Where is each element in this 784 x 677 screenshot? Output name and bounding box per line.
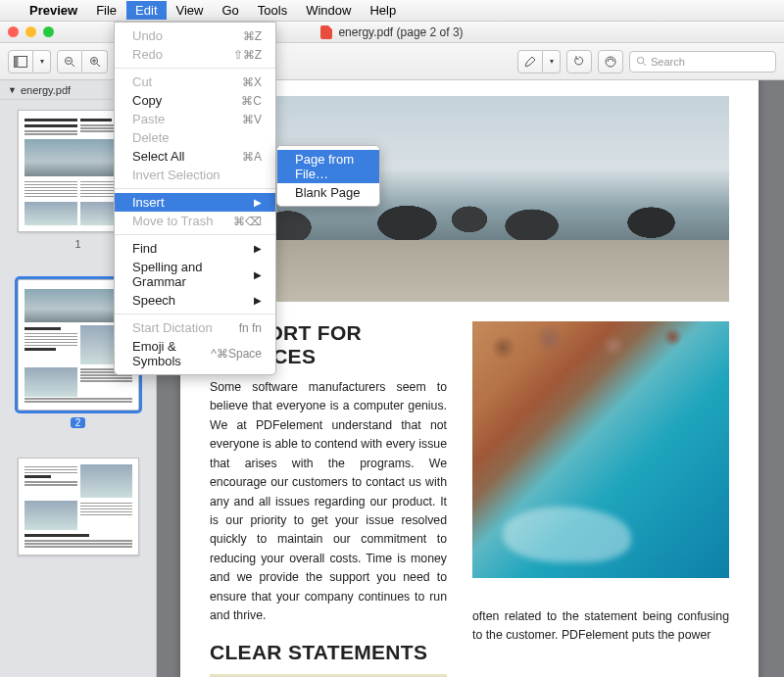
menu-select-all[interactable]: Select All⌘A <box>115 147 275 166</box>
highlight-button[interactable] <box>517 50 543 73</box>
menu-emoji[interactable]: Emoji & Symbols^⌘Space <box>115 337 275 370</box>
menu-copy[interactable]: Copy⌘C <box>115 91 275 110</box>
insert-submenu: Page from File… Blank Page <box>276 145 380 207</box>
menu-go[interactable]: Go <box>213 1 247 20</box>
markup-button[interactable] <box>598 50 623 73</box>
thumbnail-page-3[interactable] <box>18 458 138 556</box>
menu-delete[interactable]: Delete <box>115 128 275 147</box>
menu-edit[interactable]: Edit <box>126 1 166 20</box>
menu-page-from-file[interactable]: Page from File… <box>277 150 379 183</box>
sidebar-toggle-button[interactable] <box>8 50 33 73</box>
menu-move-to-trash[interactable]: Move to Trash⌘⌫ <box>115 212 275 230</box>
menu-find[interactable]: Find▶ <box>115 239 275 258</box>
heading-clear: CLEAR STATEMENTS <box>210 641 447 664</box>
menu-window[interactable]: Window <box>297 1 360 20</box>
close-window-button[interactable] <box>8 26 19 37</box>
zoom-window-button[interactable] <box>43 26 54 37</box>
submenu-arrow-icon: ▶ <box>254 295 262 306</box>
menu-cut[interactable]: Cut⌘X <box>115 73 275 91</box>
minimize-window-button[interactable] <box>25 26 36 37</box>
search-placeholder: Search <box>651 56 685 68</box>
disclosure-triangle-icon: ▼ <box>8 85 17 95</box>
highlight-dropdown-button[interactable]: ▾ <box>543 50 561 73</box>
menu-spelling[interactable]: Spelling and Grammar▶ <box>115 258 275 291</box>
menu-undo[interactable]: Undo⌘Z <box>115 26 275 45</box>
menu-speech[interactable]: Speech▶ <box>115 291 275 310</box>
zoom-segmented <box>57 50 108 73</box>
window-title: energy.pdf (page 2 of 3) <box>338 25 463 39</box>
menu-view[interactable]: View <box>168 1 213 20</box>
svg-line-3 <box>72 64 74 67</box>
search-icon <box>636 56 647 67</box>
menu-redo[interactable]: Redo⇧⌘Z <box>115 45 275 64</box>
svg-marker-11 <box>525 57 535 67</box>
sidebar-dropdown-button[interactable]: ▾ <box>33 50 51 73</box>
svg-line-14 <box>643 63 646 66</box>
highlight-segmented: ▾ <box>517 50 561 73</box>
menu-invert-selection[interactable]: Invert Selection <box>115 166 275 184</box>
paragraph-support: Some software manufacturers seem to beli… <box>210 378 447 625</box>
window-controls <box>8 26 54 37</box>
svg-rect-1 <box>15 56 19 67</box>
paragraph-clear-frag: often related to the statement being con… <box>472 607 729 646</box>
search-field[interactable]: Search <box>629 51 776 73</box>
menu-file[interactable]: File <box>87 1 125 20</box>
zoom-out-button[interactable] <box>57 50 82 73</box>
menu-dictation[interactable]: Start Dictationfn fn <box>115 318 275 337</box>
rotate-button[interactable] <box>566 50 592 73</box>
sidebar-doc-name: energy.pdf <box>21 84 71 96</box>
svg-line-6 <box>97 64 100 67</box>
submenu-arrow-icon: ▶ <box>254 269 262 280</box>
pdf-icon <box>320 25 332 39</box>
edit-menu-dropdown: Undo⌘Z Redo⇧⌘Z Cut⌘X Copy⌘C Paste⌘V Dele… <box>114 22 276 375</box>
submenu-arrow-icon: ▶ <box>254 197 262 208</box>
zoom-in-button[interactable] <box>82 50 108 73</box>
menu-insert[interactable]: Insert▶ <box>115 193 275 212</box>
photo-aerial-coast <box>472 321 729 578</box>
menu-paste[interactable]: Paste⌘V <box>115 110 275 128</box>
menu-tools[interactable]: Tools <box>249 1 296 20</box>
menu-help[interactable]: Help <box>361 1 405 20</box>
svg-point-13 <box>637 57 643 63</box>
submenu-arrow-icon: ▶ <box>254 243 262 254</box>
menubar: Preview File Edit View Go Tools Window H… <box>0 0 784 22</box>
page-number-2: 2 <box>71 417 86 428</box>
menu-blank-page[interactable]: Blank Page <box>277 183 379 202</box>
view-segmented: ▾ <box>8 50 51 73</box>
menu-app[interactable]: Preview <box>21 1 86 20</box>
